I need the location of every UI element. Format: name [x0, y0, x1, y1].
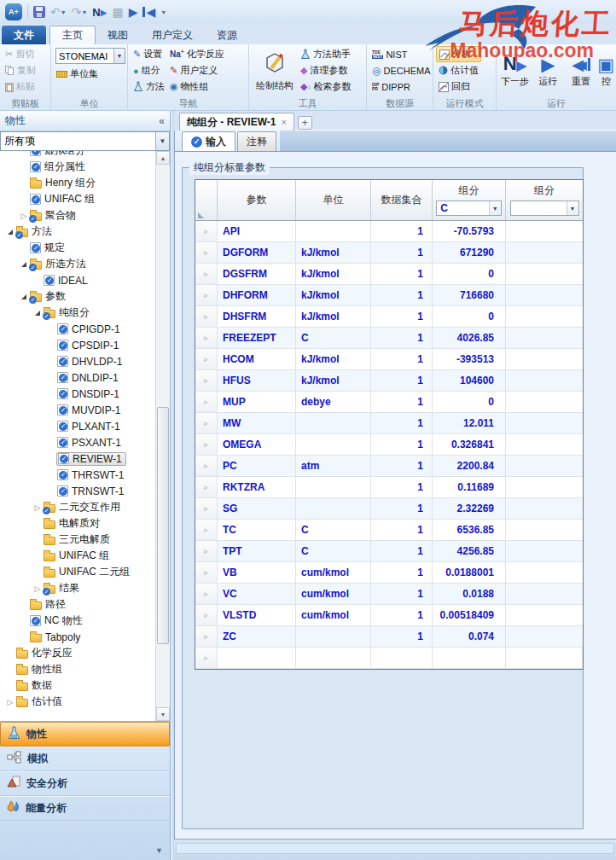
param-name-cell[interactable]: HFUS [218, 370, 296, 391]
row-handle[interactable]: ▹ [195, 392, 218, 412]
data-set-cell[interactable]: 1 [371, 605, 433, 625]
tree-item-估计值[interactable]: ▷估计值 [0, 694, 155, 710]
dechema-button[interactable]: ◎DECHEMA [369, 62, 433, 78]
units-cell[interactable] [296, 498, 371, 519]
tree-item-规定[interactable]: 规定 [0, 240, 155, 256]
scroll-down-icon[interactable]: ▼ [156, 707, 170, 721]
empty-value-cell[interactable] [506, 541, 583, 561]
empty-value-cell[interactable] [506, 264, 583, 284]
row-handle[interactable]: ▹ [195, 264, 218, 284]
empty-cell[interactable] [506, 648, 583, 668]
tree-item-DHVLDP-1[interactable]: DHVLDP-1 [0, 353, 155, 369]
row-handle[interactable]: ▹ [195, 242, 218, 263]
tree-item-Tabpoly[interactable]: Tabpoly [0, 629, 155, 645]
collapse-arrow-icon[interactable] [19, 262, 29, 267]
empty-value-cell[interactable] [506, 242, 583, 263]
data-set-cell[interactable]: 1 [371, 370, 433, 391]
data-set-cell[interactable]: 1 [371, 626, 433, 647]
row-handle[interactable]: ▹ [195, 605, 218, 625]
row-handle[interactable]: ▹ [195, 328, 218, 348]
tree-item-UNIFAC 二元组[interactable]: UNIFAC 二元组 [0, 564, 155, 580]
value-cell[interactable]: 2200.84 [433, 456, 506, 476]
empty-value-cell[interactable] [506, 584, 583, 604]
unit-set-dropdown[interactable]: STONEMAI▼ [55, 48, 125, 64]
property-sets-button[interactable]: ◉物性组 [167, 78, 227, 95]
value-cell[interactable]: 716680 [433, 285, 506, 305]
param-name-cell[interactable]: OMEGA [218, 434, 296, 455]
tab-home[interactable]: 主页 [49, 26, 96, 44]
analysis-mode-button[interactable]: 分析 [436, 46, 481, 62]
customize-button[interactable]: ✎用户定义 [167, 62, 227, 78]
document-tab[interactable]: 纯组分 - REVIEW-1× [179, 113, 294, 131]
data-set-cell[interactable]: 1 [371, 477, 433, 497]
row-handle[interactable]: ▹ [195, 562, 218, 583]
empty-value-cell[interactable] [506, 306, 583, 327]
row-handle[interactable]: ▹ [195, 349, 218, 369]
cut-button[interactable]: ✂剪切 [3, 46, 38, 62]
reinitialize-icon[interactable]: ◀ [142, 5, 155, 19]
row-handle[interactable]: ▹ [195, 434, 218, 455]
tab-resources[interactable]: 资源 [205, 26, 249, 44]
row-handle[interactable]: ▹ [195, 477, 218, 497]
corner-header-cell[interactable] [195, 180, 218, 220]
tree-item-REVIEW-1[interactable]: REVIEW-1 [0, 450, 155, 467]
param-name-cell[interactable]: VC [218, 584, 296, 604]
nist-button[interactable]: TDENISTNIST [369, 46, 433, 62]
data-set-cell[interactable]: 1 [371, 306, 433, 327]
close-tab-icon[interactable]: × [281, 117, 286, 127]
tab-comments[interactable]: 注释 [237, 131, 276, 151]
data-set-cell[interactable]: 1 [371, 434, 433, 455]
empty-value-cell[interactable] [506, 285, 583, 305]
scroll-up-icon[interactable]: ▲ [156, 151, 170, 165]
collapse-panel-icon[interactable]: « [159, 115, 165, 127]
chemistry-button[interactable]: Na+化学反应 [167, 46, 227, 62]
row-handle[interactable]: ▹ [195, 221, 218, 241]
expand-arrow-icon[interactable]: ▷ [19, 212, 29, 220]
component-2-dropdown[interactable]: ▼ [510, 200, 579, 216]
nav-safety-button[interactable]: 安全分析 [0, 771, 170, 796]
methods-assistant-button[interactable]: 方法助手 [298, 46, 353, 62]
tree-item-三元电解质[interactable]: 三元电解质 [0, 532, 155, 548]
scrollbar-thumb[interactable] [157, 407, 169, 644]
run-button[interactable]: ▶运行 [532, 46, 564, 96]
param-name-cell[interactable]: VB [218, 562, 296, 583]
units-cell[interactable]: C [296, 520, 371, 540]
tree-item-方法[interactable]: 方法 [0, 224, 155, 240]
tree-item-NC 物性[interactable]: NC 物性 [0, 613, 155, 629]
row-handle[interactable]: ▹ [195, 541, 218, 561]
dippr-button[interactable]: DIPPRDIPPR [369, 78, 433, 95]
tree-item-THRSWT-1[interactable]: THRSWT-1 [0, 467, 155, 483]
draw-structure-button[interactable]: 绘制结构 [252, 46, 298, 96]
param-name-cell[interactable]: TPT [218, 541, 296, 561]
next-step-icon[interactable]: N▶ [92, 6, 107, 19]
data-set-cell[interactable]: 1 [371, 328, 433, 348]
units-cell[interactable]: C [296, 541, 371, 561]
empty-value-cell[interactable] [506, 392, 583, 412]
value-cell[interactable]: 4256.85 [433, 541, 506, 561]
tree-item-参数[interactable]: 参数 [0, 288, 155, 305]
empty-value-cell[interactable] [506, 562, 583, 583]
data-set-cell[interactable]: 1 [371, 242, 433, 263]
tree-item-化学反应[interactable]: 化学反应 [0, 645, 155, 661]
row-handle[interactable]: ▹ [195, 648, 218, 668]
param-name-cell[interactable]: DGSFRM [218, 264, 296, 284]
data-set-cell[interactable]: 1 [371, 541, 433, 561]
methods-button[interactable]: 方法 [131, 78, 167, 95]
param-name-cell[interactable]: DGFORM [218, 242, 296, 263]
data-set-cell[interactable]: 1 [371, 264, 433, 284]
nav-energy-button[interactable]: 能量分析 [0, 796, 170, 821]
data-set-cell[interactable]: 1 [371, 221, 433, 241]
empty-value-cell[interactable] [506, 605, 583, 625]
empty-value-cell[interactable] [506, 221, 583, 241]
nav-properties-button[interactable]: 物性 [0, 722, 170, 747]
tab-input[interactable]: ✓ 输入 [182, 131, 235, 151]
row-handle[interactable]: ▹ [195, 520, 218, 540]
units-cell[interactable]: kJ/kmol [296, 349, 371, 369]
units-cell[interactable] [296, 477, 371, 497]
undo-icon[interactable]: ↶▼ [50, 5, 67, 19]
more-environments-icon[interactable]: ▼ [155, 846, 163, 855]
component-1-dropdown[interactable]: C ▼ [436, 200, 502, 216]
cleanup-parameters-button[interactable]: ◆清理参数 [298, 62, 353, 78]
param-name-cell[interactable]: ZC [218, 626, 296, 647]
tree-scrollbar[interactable]: ▲ ▼ [155, 151, 170, 721]
